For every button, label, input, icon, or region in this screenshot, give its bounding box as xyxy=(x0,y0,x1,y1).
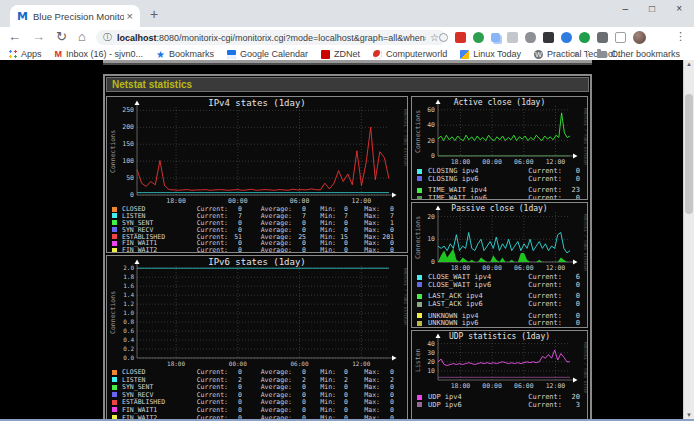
legend-row: CLOSE_WAIT ipv4Current:6 xyxy=(417,273,585,281)
url-path: :8080/monitorix-cgi/monitorix.cgi?mode=l… xyxy=(157,33,427,43)
graph-udp-statistics[interactable]: UDP statistics (1day)Listen1020304018:00… xyxy=(411,330,588,421)
legend-row: ESTABLISHEDCurrent:51Average:25Min:15Max… xyxy=(112,233,405,240)
svg-text:0: 0 xyxy=(431,152,435,160)
svg-text:10: 10 xyxy=(427,367,435,375)
minimize-button[interactable]: – xyxy=(623,3,629,14)
bookmark-zdnet[interactable]: ZDNet xyxy=(321,49,360,59)
forward-icon[interactable]: → xyxy=(32,29,45,44)
svg-text:RRDTOOL / TOBI OETIKER: RRDTOOL / TOBI OETIKER xyxy=(583,342,587,393)
legend-swatch xyxy=(417,313,422,318)
svg-text:18:00: 18:00 xyxy=(167,360,185,367)
svg-text:0.2: 0.2 xyxy=(123,345,134,352)
legend-row: LISTENCurrent:7Average:7Min:7Max:7 xyxy=(112,212,405,219)
legend-row: LAST_ACK ipv6Current:0 xyxy=(417,300,585,308)
scroll-up-icon[interactable]: ▲ xyxy=(684,61,694,67)
legend-swatch xyxy=(112,385,117,390)
mail-extension-icon[interactable] xyxy=(455,32,466,43)
blue-extension-icon[interactable] xyxy=(561,32,572,43)
tab-list-icon[interactable] xyxy=(615,32,626,43)
green-extension-icon[interactable] xyxy=(579,32,590,43)
svg-text:0.0: 0.0 xyxy=(123,354,134,361)
scroll-down-icon[interactable]: ▼ xyxy=(684,412,694,418)
legend-row: SYN_SENTCurrent:0Average:0Min:0Max:0 xyxy=(112,383,405,391)
wordpress-icon: W xyxy=(534,50,543,59)
svg-text:06:00: 06:00 xyxy=(291,360,309,367)
legend-row: UNKNOWN ipv6Current:0 xyxy=(417,319,585,327)
page-info-icon[interactable]: ⓘ xyxy=(103,31,112,44)
svg-text:0.6: 0.6 xyxy=(123,327,134,334)
extensions-puzzle-icon[interactable] xyxy=(597,32,608,43)
home-icon[interactable]: ⌂ xyxy=(78,29,86,44)
legend-max-key: Max: xyxy=(348,246,380,253)
legend-swatch xyxy=(417,176,422,181)
close-button[interactable]: × xyxy=(676,3,682,14)
legend-label: TIME_WAIT ipv6 xyxy=(428,194,510,200)
legend-current-key: Current: xyxy=(184,246,228,253)
zdnet-icon xyxy=(321,50,330,59)
calendar-icon xyxy=(227,50,236,59)
legend-current-key: Current: xyxy=(510,401,562,409)
legend-swatch xyxy=(417,275,422,280)
legend-current-value: 0 xyxy=(562,319,580,327)
reload-icon[interactable]: ↻ xyxy=(56,29,67,44)
bookmark-linux-today[interactable]: Linux Today xyxy=(460,49,521,59)
bookmark-apps[interactable]: Apps xyxy=(9,49,42,59)
scrollbar-thumb[interactable] xyxy=(685,94,693,214)
legend-row: UDP ipv4Current:20 xyxy=(417,393,585,401)
bookmark-bookmarks[interactable]: ★Bookmarks xyxy=(156,49,214,59)
graph-ipv4-states[interactable]: IPv4 states (1day)Connections05010015020… xyxy=(106,96,408,253)
legend-current-value: 3 xyxy=(562,401,580,409)
maximize-button[interactable]: □ xyxy=(649,3,655,14)
search-extension-icon[interactable] xyxy=(439,33,448,42)
bookmark-star-icon[interactable]: ☆ xyxy=(430,32,439,43)
legend-min-key: Min: xyxy=(306,246,336,253)
legend-label: CLOSE_WAIT ipv6 xyxy=(428,281,510,289)
svg-text:10: 10 xyxy=(427,235,435,243)
bookmarks-bar: Apps MInbox (16) - sjvn0... ★Bookmarks G… xyxy=(0,48,694,60)
svg-text:RRDTOOL / TOBI OETIKER: RRDTOOL / TOBI OETIKER xyxy=(403,268,407,325)
chrome-menu-icon[interactable]: ⋮ xyxy=(675,30,686,43)
svg-text:18:00: 18:00 xyxy=(451,158,471,166)
legend-row: ESTABLISHEDCurrent:0Average:0Min:0Max:0 xyxy=(112,398,405,406)
legend-swatch xyxy=(112,220,117,225)
pages-extension-icon[interactable] xyxy=(491,33,500,42)
bookmark-inbox[interactable]: MInbox (16) - sjvn0... xyxy=(55,49,144,59)
svg-text:12:00: 12:00 xyxy=(351,197,371,205)
legend-row: CLOSEDCurrent:0Average:0Min:0Max:0 xyxy=(112,368,405,376)
netstat-body: IPv4 states (1day)Connections05010015020… xyxy=(105,94,590,421)
page-scrollbar[interactable]: ▲ ▼ xyxy=(683,60,694,419)
bookmarks-overflow-icon[interactable]: » xyxy=(573,49,578,59)
graph-plot: 0102018:0000:0006:0012:00RRDTOOL / TOBI … xyxy=(412,203,587,273)
svg-text:20: 20 xyxy=(427,213,435,221)
graph-ipv6-states[interactable]: IPv6 states (1day)Connections0.00.20.40.… xyxy=(106,255,408,421)
bookmark-computerworld[interactable]: Computerworld xyxy=(373,49,447,59)
tab-blue-precision-monitorix[interactable]: M Blue Precision Monitorix × xyxy=(10,5,140,27)
globe-extension-icon[interactable] xyxy=(473,32,484,43)
grey-extension-icon[interactable] xyxy=(507,32,518,43)
svg-text:100: 100 xyxy=(122,157,134,165)
svg-text:1.2: 1.2 xyxy=(123,300,134,307)
eye-extension-icon[interactable] xyxy=(525,32,536,43)
graph-legend: CLOSING ipv4Current:0CLOSING ipv6Current… xyxy=(417,167,585,200)
dark-extension-icon[interactable] xyxy=(543,32,554,43)
back-icon[interactable]: ← xyxy=(8,29,21,44)
legend-swatch xyxy=(112,241,117,246)
tab-close-icon[interactable]: × xyxy=(127,10,133,22)
svg-text:60: 60 xyxy=(427,106,435,114)
svg-text:40: 40 xyxy=(427,121,435,129)
legend-swatch xyxy=(112,207,117,212)
profile-avatar[interactable] xyxy=(633,31,646,44)
legend-row: UDP ipv6Current:3 xyxy=(417,401,585,409)
legend-swatch xyxy=(417,188,422,193)
new-tab-button[interactable]: + xyxy=(150,6,158,22)
svg-text:06:00: 06:00 xyxy=(514,382,534,390)
legend-swatch xyxy=(112,234,117,239)
gmail-icon: M xyxy=(55,50,63,59)
other-bookmarks-button[interactable]: Other bookmarks xyxy=(597,49,680,59)
graph-active-close[interactable]: Active close (1day)Connections020406018:… xyxy=(411,96,588,200)
graph-passive-close[interactable]: Passive close (1day)Connections0102018:0… xyxy=(411,202,588,328)
legend-swatch xyxy=(112,370,117,375)
bookmark-google-calendar[interactable]: Google Calendar xyxy=(227,49,308,59)
legend-swatch xyxy=(417,282,422,287)
address-bar[interactable]: ⓘ localhost:8080/monitorix-cgi/monitorix… xyxy=(96,30,446,45)
